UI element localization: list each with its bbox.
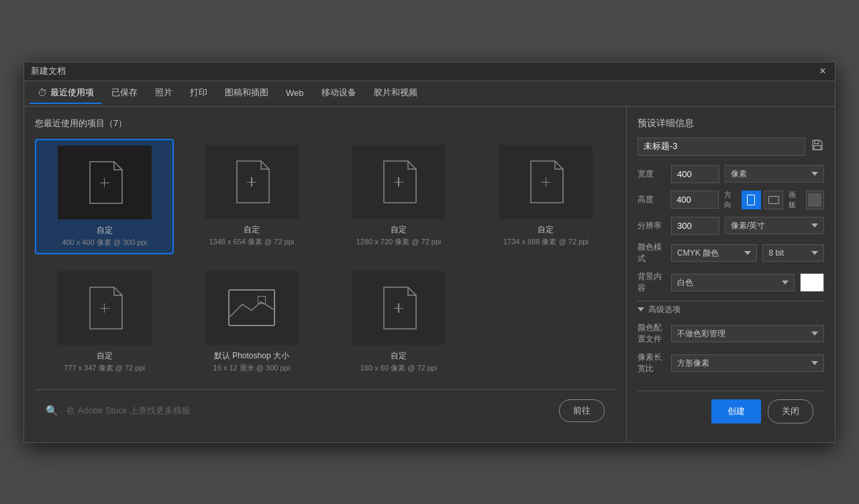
color-profile-row: 颜色配置文件 不做色彩管理 xyxy=(638,322,824,345)
canvas-swatch xyxy=(808,193,821,207)
preset-name-5: 默认 Photoshop 大小 xyxy=(214,350,289,362)
photo-icon-5 xyxy=(228,289,275,326)
right-panel-content: 预设详细信息 宽度 xyxy=(638,117,824,381)
left-panel: 您最近使用的项目（7） 自定 400 x xyxy=(24,107,627,442)
save-preset-icon[interactable] xyxy=(811,138,824,155)
doc-name-row xyxy=(638,138,824,156)
dialog-close-button[interactable]: 关闭 xyxy=(768,399,813,423)
preset-icon-6 xyxy=(352,271,446,345)
portrait-button[interactable] xyxy=(742,191,761,209)
preset-name-3: 自定 xyxy=(538,224,554,236)
action-row: 创建 关闭 xyxy=(638,391,824,432)
color-mode-select[interactable]: CMYK 颜色 RGB 颜色 灰度 xyxy=(671,244,757,262)
tab-print[interactable]: 打印 xyxy=(182,83,215,104)
resolution-label: 分辨率 xyxy=(638,220,666,232)
bottom-search-bar: 🔍 前往 xyxy=(35,389,615,432)
preset-icon-1 xyxy=(205,145,299,219)
doc-name-input[interactable] xyxy=(638,138,805,156)
resolution-row: 分辨率 像素/英寸 像素/厘米 xyxy=(638,217,824,235)
canvas-label-inline: 画板 xyxy=(789,190,803,210)
color-depth-select[interactable]: 8 bit 16 bit 32 bit xyxy=(762,244,824,262)
width-input[interactable] xyxy=(671,165,719,183)
doc-icon-2 xyxy=(378,158,419,205)
advanced-toggle[interactable]: 高级选项 xyxy=(638,304,824,315)
preset-item-0[interactable]: 自定 400 x 400 像素 @ 300 ppi xyxy=(35,139,174,254)
doc-icon-0 xyxy=(85,159,125,206)
save-icon-svg xyxy=(811,138,824,152)
advanced-label: 高级选项 xyxy=(648,304,680,315)
preset-name-2: 自定 xyxy=(391,224,407,236)
doc-icon-1 xyxy=(232,158,272,205)
photo-svg-5 xyxy=(230,291,274,325)
preset-icon-5 xyxy=(205,271,299,345)
color-mode-label: 颜色模式 xyxy=(638,242,666,264)
canvas-button[interactable] xyxy=(806,191,824,209)
preset-name-6: 自定 xyxy=(391,350,407,362)
presets-grid-row2: 自定 777 x 347 像素 @ 72 ppi 默认 Photoshop 大小 xyxy=(35,265,615,379)
tab-film-label: 胶片和视频 xyxy=(374,87,417,99)
preset-desc-0: 400 x 400 像素 @ 300 ppi xyxy=(62,238,147,248)
background-color-swatch[interactable] xyxy=(800,273,824,292)
svg-rect-1 xyxy=(814,146,821,150)
tab-saved[interactable]: 已保存 xyxy=(103,83,146,104)
landscape-icon xyxy=(768,196,779,204)
width-unit-select[interactable]: 像素 厘米 毫米 英寸 xyxy=(725,165,824,183)
height-input[interactable] xyxy=(670,191,719,209)
preset-name-1: 自定 xyxy=(244,224,260,236)
background-select[interactable]: 白色 黑色 背景色 透明 xyxy=(671,274,795,291)
create-button[interactable]: 创建 xyxy=(711,399,761,423)
stock-search-input[interactable] xyxy=(66,405,551,415)
tab-mobile[interactable]: 移动设备 xyxy=(313,83,364,104)
tab-web[interactable]: Web xyxy=(278,84,312,103)
preset-item-6[interactable]: 自定 160 x 60 像素 @ 72 ppi xyxy=(330,265,468,379)
landscape-button[interactable] xyxy=(764,191,783,209)
close-icon[interactable]: × xyxy=(817,66,828,77)
preset-desc-3: 1734 x 888 像素 @ 72 ppi xyxy=(503,237,589,247)
tab-art-illustration[interactable]: 图稿和插图 xyxy=(217,83,276,104)
height-label: 高度 xyxy=(638,194,665,205)
orient-canvas-group: 方向 画板 xyxy=(724,190,824,210)
tab-recent[interactable]: ⏱ 最近使用项 xyxy=(30,83,102,104)
preset-desc-5: 16 x 12 厘米 @ 300 ppi xyxy=(213,363,291,373)
preset-name-0: 自定 xyxy=(97,225,113,236)
go-button[interactable]: 前往 xyxy=(559,399,605,422)
divider-advanced xyxy=(638,301,824,301)
right-panel: 预设详细信息 宽度 xyxy=(627,107,835,442)
right-section-title: 预设详细信息 xyxy=(638,117,824,130)
presets-grid-row1: 自定 400 x 400 像素 @ 300 ppi xyxy=(35,139,615,254)
preset-item-3[interactable]: 自定 1734 x 888 像素 @ 72 ppi xyxy=(476,139,615,254)
background-label: 背景内容 xyxy=(638,271,666,294)
tab-film-video[interactable]: 胶片和视频 xyxy=(366,83,425,104)
doc-icon-4 xyxy=(85,285,125,332)
color-profile-select[interactable]: 不做色彩管理 xyxy=(671,325,824,342)
tab-art-label: 图稿和插图 xyxy=(225,87,268,99)
preset-item-2[interactable]: 自定 1280 x 720 像素 @ 72 ppi xyxy=(330,139,468,254)
width-label: 宽度 xyxy=(638,168,666,180)
tab-web-label: Web xyxy=(286,88,304,98)
tab-saved-label: 已保存 xyxy=(111,87,138,99)
color-mode-row: 颜色模式 CMYK 颜色 RGB 颜色 灰度 8 bit 16 bit 32 b… xyxy=(638,242,824,264)
tabs-bar: ⏱ 最近使用项 已保存 照片 打印 图稿和插图 Web 移动设备 胶片和视频 xyxy=(24,81,835,107)
pixel-aspect-label: 像素长宽比 xyxy=(638,352,666,374)
preset-icon-3 xyxy=(499,145,593,219)
resolution-input[interactable] xyxy=(671,217,719,235)
resolution-unit-select[interactable]: 像素/英寸 像素/厘米 xyxy=(725,217,824,234)
recent-section-title: 您最近使用的项目（7） xyxy=(35,117,615,130)
dialog-title: 新建文档 xyxy=(31,65,66,77)
tab-photo[interactable]: 照片 xyxy=(147,83,181,104)
color-profile-label: 颜色配置文件 xyxy=(638,322,666,345)
search-icon: 🔍 xyxy=(46,405,58,417)
tab-recent-label: 最近使用项 xyxy=(50,87,94,99)
recent-icon: ⏱ xyxy=(38,87,47,98)
preset-desc-4: 777 x 347 像素 @ 72 ppi xyxy=(64,363,145,373)
preset-desc-1: 1348 x 654 像素 @ 72 ppi xyxy=(209,237,295,247)
preset-item-5[interactable]: 默认 Photoshop 大小 16 x 12 厘米 @ 300 ppi xyxy=(182,265,321,379)
dialog-body: 您最近使用的项目（7） 自定 400 x xyxy=(24,107,835,442)
preset-name-4: 自定 xyxy=(97,350,113,362)
title-bar: 新建文档 × xyxy=(24,62,835,81)
tab-mobile-label: 移动设备 xyxy=(321,87,356,99)
height-row: 高度 方向 画板 xyxy=(638,190,824,210)
preset-item-4[interactable]: 自定 777 x 347 像素 @ 72 ppi xyxy=(35,265,174,379)
preset-item-1[interactable]: 自定 1348 x 654 像素 @ 72 ppi xyxy=(182,139,321,254)
pixel-aspect-select[interactable]: 方形像素 xyxy=(671,354,824,372)
